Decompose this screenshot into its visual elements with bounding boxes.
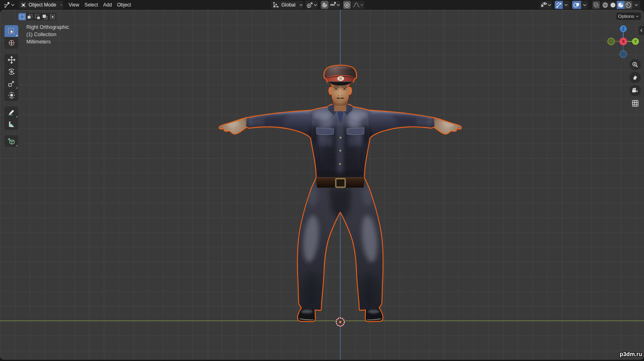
svg-text:Y: Y	[634, 39, 637, 44]
svg-text:Z: Z	[622, 27, 625, 31]
svg-text:X: X	[622, 39, 625, 44]
